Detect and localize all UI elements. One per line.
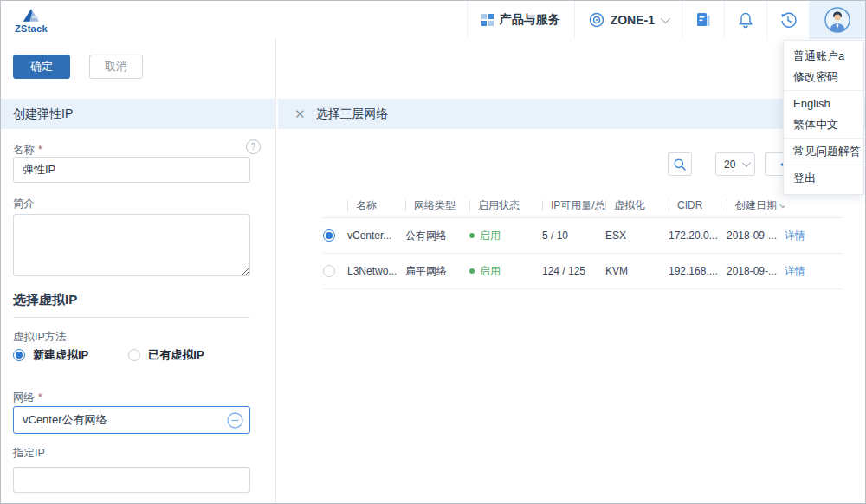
menu-item-traditional-chinese[interactable]: 繁体中文 (784, 114, 863, 135)
col-header-created[interactable]: 创建日期 (727, 199, 785, 211)
chevron-down-icon (661, 14, 670, 23)
right-panel-title: 选择三层网络 (316, 107, 389, 122)
detail-link[interactable]: 详情 (785, 265, 805, 277)
network-input[interactable]: vCenter公有网络 (13, 406, 250, 434)
network-label-row: 网络* (13, 389, 261, 405)
cell-cidr: 172.20.0... (669, 229, 727, 242)
cell-name: L3Netwo... (347, 265, 405, 277)
description-label: 简介 (13, 197, 261, 211)
history-icon (779, 11, 797, 29)
table-row[interactable]: L3Netwo... 扁平网络 启用 124 / 125 KVM 192.168… (323, 254, 843, 289)
cell-created: 2018-09-... (727, 229, 785, 242)
vip-method-radio-group: 新建虚拟IP 已有虚拟IP (13, 347, 261, 363)
cell-capacity: 124 / 125 (542, 265, 605, 277)
radio-existing-vip[interactable]: 已有虚拟IP (128, 347, 204, 363)
cell-type: 扁平网络 (405, 264, 469, 279)
col-header-type[interactable]: 网络类型 (405, 199, 469, 211)
top-header: ZStack 产品与服务 ZONE-1 (1, 1, 865, 40)
help-icon[interactable]: ? (246, 139, 261, 154)
radio-selected-icon (13, 349, 25, 361)
products-services-menu[interactable]: 产品与服务 (467, 1, 574, 39)
zone-selector[interactable]: ZONE-1 (574, 1, 682, 39)
remove-icon[interactable] (227, 412, 243, 429)
menu-divider (784, 138, 863, 139)
cell-virt: KVM (605, 265, 669, 277)
user-avatar-icon (824, 7, 850, 33)
col-header-capacity[interactable]: IP可用量/总额 (542, 199, 605, 211)
confirm-button[interactable]: 确定 (13, 55, 70, 79)
row-radio-selected[interactable] (323, 229, 335, 242)
radio-unselected-icon (128, 349, 140, 361)
products-services-label: 产品与服务 (500, 12, 560, 28)
menu-divider (784, 165, 863, 165)
cell-type: 公有网络 (405, 229, 469, 243)
cancel-button[interactable]: 取消 (89, 55, 143, 79)
specified-ip-label: 指定IP (13, 446, 261, 461)
zone-icon (589, 12, 604, 28)
chevron-down-icon (742, 158, 751, 167)
col-header-name[interactable]: 名称 (347, 199, 405, 211)
close-icon[interactable]: ✕ (294, 107, 306, 120)
status-dot-icon (469, 268, 475, 274)
sort-icon (779, 201, 785, 208)
notifications-button[interactable] (724, 1, 766, 39)
select-l3-network-panel: ✕ 选择三层网络 20 名称 网络类型 启用状态 (278, 39, 865, 503)
table-toolbar: 20 (278, 152, 865, 176)
cell-name: vCenter... (347, 229, 405, 242)
specified-ip-input[interactable] (13, 467, 250, 493)
docs-button[interactable] (682, 1, 724, 39)
history-button[interactable] (766, 1, 809, 39)
cell-cidr: 192.168.... (669, 265, 727, 277)
menu-divider (784, 90, 863, 91)
status-badge: 启用 (469, 229, 501, 243)
col-header-virt[interactable]: 虚拟化 (605, 199, 669, 211)
cell-capacity: 5 / 10 (542, 229, 605, 242)
status-badge: 启用 (469, 264, 501, 279)
zstack-logo[interactable]: ZStack (1, 1, 48, 39)
user-dropdown-menu: 普通账户a 修改密码 English 繁体中文 常见问题解答 登出 (783, 40, 864, 195)
create-eip-panel: 确定 取消 创建弹性IP 名称* ? 简介 选择虚拟IP 虚拟IP方法 新建虚拟… (1, 39, 276, 503)
network-label: 网络 (13, 391, 35, 404)
table-header-row: 名称 网络类型 启用状态 IP可用量/总额 虚拟化 CIDR 创建日期 (323, 193, 843, 218)
cell-created: 2018-09-... (727, 265, 785, 277)
detail-link[interactable]: 详情 (785, 229, 805, 242)
network-value: vCenter公有网络 (23, 412, 107, 428)
menu-item-faq[interactable]: 常见问题解答 (784, 141, 863, 162)
menu-item-english[interactable]: English (784, 94, 863, 114)
menu-item-account[interactable]: 普通账户a (784, 46, 863, 67)
vip-method-label: 虚拟IP方法 (13, 330, 261, 345)
required-marker: * (38, 144, 42, 156)
col-header-cidr[interactable]: CIDR (669, 199, 727, 211)
name-label-row: 名称* ? (13, 141, 261, 158)
select-vip-section-title: 选择虚拟IP (13, 292, 250, 318)
col-header-state[interactable]: 启用状态 (469, 199, 542, 211)
menu-item-logout[interactable]: 登出 (784, 168, 863, 189)
table-row[interactable]: vCenter... 公有网络 启用 5 / 10 ESX 172.20.0..… (323, 218, 843, 254)
radio-new-vip-label: 新建虚拟IP (33, 347, 88, 363)
bell-icon (737, 11, 754, 29)
search-icon (673, 158, 687, 171)
radio-existing-vip-label: 已有虚拟IP (148, 347, 204, 363)
row-radio-unselected[interactable] (323, 265, 335, 277)
cell-virt: ESX (605, 229, 669, 242)
search-button[interactable] (668, 152, 692, 176)
zstack-logo-icon (23, 8, 40, 23)
page-size-value: 20 (724, 158, 735, 171)
user-avatar-button[interactable] (809, 1, 865, 39)
zstack-app: ZStack 产品与服务 ZONE-1 (0, 0, 866, 504)
description-textarea[interactable] (13, 214, 250, 276)
status-dot-icon (469, 233, 475, 238)
l3-network-table: 名称 网络类型 启用状态 IP可用量/总额 虚拟化 CIDR 创建日期 vCen… (323, 193, 843, 289)
grid-icon (481, 14, 494, 26)
name-label: 名称 (13, 144, 35, 156)
form-actions: 确定 取消 (13, 55, 143, 79)
document-icon (695, 11, 712, 29)
name-input[interactable] (13, 157, 250, 183)
right-panel-header: ✕ 选择三层网络 (278, 99, 865, 129)
page-size-select[interactable]: 20 (715, 152, 755, 176)
zstack-logo-label: ZStack (15, 23, 48, 34)
menu-item-change-password[interactable]: 修改密码 (784, 67, 863, 87)
left-panel-title: 创建弹性IP (1, 99, 275, 129)
header-nav: 产品与服务 ZONE-1 (467, 1, 865, 39)
radio-new-vip[interactable]: 新建虚拟IP (13, 347, 88, 363)
